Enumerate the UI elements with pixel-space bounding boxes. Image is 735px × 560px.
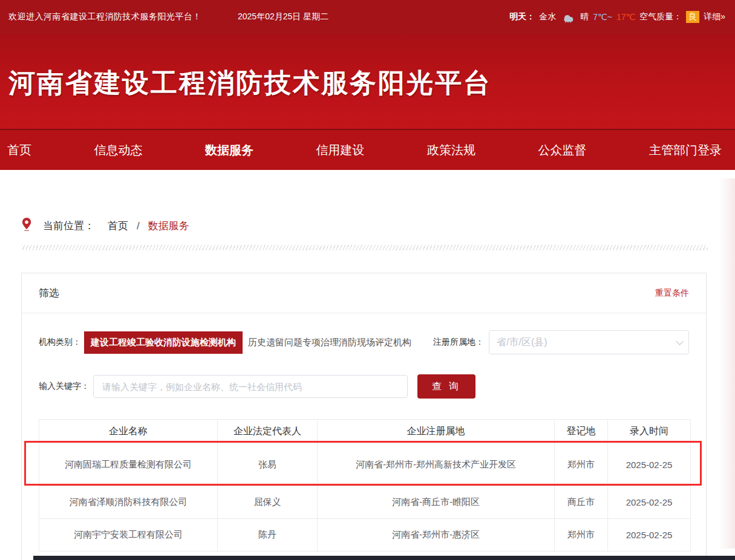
cell-registered-place: 河南省-郑州市-惠济区 (318, 519, 555, 552)
weather-condition: 晴 (580, 11, 589, 22)
table-row[interactable]: 河南省泽顺消防科技有限公司 屈保义 河南省-商丘市-睢阳区 商丘市 2025-0… (39, 486, 691, 519)
table-header-row: 企业名称 企业法定代表人 企业注册属地 登记地 录入时间 (39, 420, 691, 444)
site-title: 河南省建设工程消防技术服务阳光平台 (0, 34, 735, 101)
nav-item-admin-login[interactable]: 主管部门登录 (649, 142, 722, 158)
table-row[interactable]: 河南宇宁安装工程有限公司 陈丹 河南省-郑州市-惠济区 郑州市 2025-02-… (39, 519, 691, 552)
table-row[interactable]: 河南固瑞工程质量检测有限公司 张易 河南省-郑州市-郑州高新技术产业开发区 郑州… (39, 444, 691, 486)
filter-panel-header: 筛选 重置条件 (22, 273, 706, 313)
tomorrow-label: 明天： (509, 11, 535, 22)
top-utility-bar: 欢迎进入河南省建设工程消防技术服务阳光平台！ 2025年02月25日 星期二 明… (0, 0, 735, 34)
nav-item-policy[interactable]: 政策法规 (427, 142, 475, 158)
category-label: 机构类别： (39, 337, 81, 348)
welcome-text: 欢迎进入河南省建设工程消防技术服务阳光平台！ (8, 11, 201, 22)
col-header-company: 企业名称 (39, 420, 218, 444)
cell-record-place: 郑州市 (555, 444, 608, 486)
cell-company: 河南省泽顺消防科技有限公司 (39, 486, 218, 519)
district-name: 金水 (539, 11, 556, 22)
cell-legal-rep: 陈丹 (218, 519, 318, 552)
breadcrumb: 当前位置： 首页 / 数据服务 (21, 217, 735, 235)
filter-panel: 筛选 重置条件 机构类别： 建设工程竣工验收消防设施检测机构 历史遗留问题专项治… (21, 273, 707, 560)
bottom-dark-bar (33, 556, 735, 560)
keyword-label: 输入关键字： (39, 381, 90, 392)
breadcrumb-separator: / (137, 220, 140, 232)
nav-item-news[interactable]: 信息动态 (94, 142, 143, 158)
cell-company: 河南宇宁安装工程有限公司 (39, 519, 218, 552)
keyword-input[interactable] (93, 375, 408, 398)
cell-record-place: 郑州市 (555, 519, 608, 552)
location-pin-icon (21, 217, 32, 235)
date-text: 2025年02月25日 星期二 (238, 11, 328, 22)
cell-company: 河南固瑞工程质量检测有限公司 (39, 444, 218, 486)
cell-legal-rep: 屈保义 (218, 486, 318, 519)
breadcrumb-home-link[interactable]: 首页 (108, 219, 128, 233)
weather-widget: 明天： 金水 晴 7℃~ 17℃ 空气质量： 良 详细» (509, 11, 725, 23)
temp-high: 17℃ (616, 12, 635, 22)
temp-low: 7℃~ (593, 12, 612, 22)
filter-row-keyword: 输入关键字： 查 询 (39, 374, 689, 399)
chevron-down-icon (676, 337, 684, 345)
category-option-other[interactable]: 历史遗留问题专项治理消防现场评定机构 (248, 337, 411, 348)
nav-item-credit[interactable]: 信用建设 (316, 142, 365, 158)
filter-title: 筛选 (39, 286, 59, 300)
air-quality-badge: 良 (686, 11, 699, 23)
col-header-entry-date: 录入时间 (608, 420, 691, 444)
results-table-wrap: 企业名称 企业法定代表人 企业注册属地 登记地 录入时间 河南固瑞工程质量检测有… (39, 419, 689, 552)
cell-entry-date: 2025-02-25 (608, 486, 691, 519)
col-header-legal-rep: 企业法定代表人 (218, 420, 318, 444)
region-select[interactable]: 省/市/区(县) (489, 330, 689, 354)
nav-item-supervision[interactable]: 公众监督 (538, 142, 587, 158)
site-banner: 河南省建设工程消防技术服务阳光平台 (0, 34, 735, 129)
cloud-weather-icon (560, 11, 576, 23)
category-option-selected[interactable]: 建设工程竣工验收消防设施检测机构 (84, 331, 243, 354)
region-select-placeholder: 省/市/区(县) (497, 336, 676, 349)
cell-legal-rep: 张易 (218, 444, 318, 486)
air-quality-label: 空气质量： (639, 11, 682, 22)
weather-detail-link[interactable]: 详细» (704, 11, 725, 22)
cell-record-place: 商丘市 (555, 486, 608, 519)
reset-filters-link[interactable]: 重置条件 (655, 288, 689, 299)
cell-entry-date: 2025-02-25 (608, 519, 691, 552)
col-header-registered-place: 企业注册属地 (318, 420, 555, 444)
filter-row-category: 机构类别： 建设工程竣工验收消防设施检测机构 历史遗留问题专项治理消防现场评定机… (39, 330, 689, 354)
search-button[interactable]: 查 询 (417, 374, 475, 399)
cell-registered-place: 河南省-商丘市-睢阳区 (318, 486, 555, 519)
main-navigation: 首页 信息动态 数据服务 信用建设 政策法规 公众监督 主管部门登录 (0, 130, 735, 170)
decorative-slash-divider (21, 245, 708, 250)
col-header-record-place: 登记地 (555, 420, 608, 444)
breadcrumb-label: 当前位置： (43, 219, 94, 233)
cell-registered-place: 河南省-郑州市-郑州高新技术产业开发区 (318, 444, 555, 486)
results-table: 企业名称 企业法定代表人 企业注册属地 登记地 录入时间 河南固瑞工程质量检测有… (39, 419, 691, 552)
region-label: 注册所属地： (433, 337, 484, 348)
nav-item-data-service[interactable]: 数据服务 (205, 142, 253, 158)
nav-item-home[interactable]: 首页 (7, 142, 31, 158)
breadcrumb-current-link[interactable]: 数据服务 (148, 219, 189, 233)
cell-entry-date: 2025-02-25 (608, 444, 691, 486)
